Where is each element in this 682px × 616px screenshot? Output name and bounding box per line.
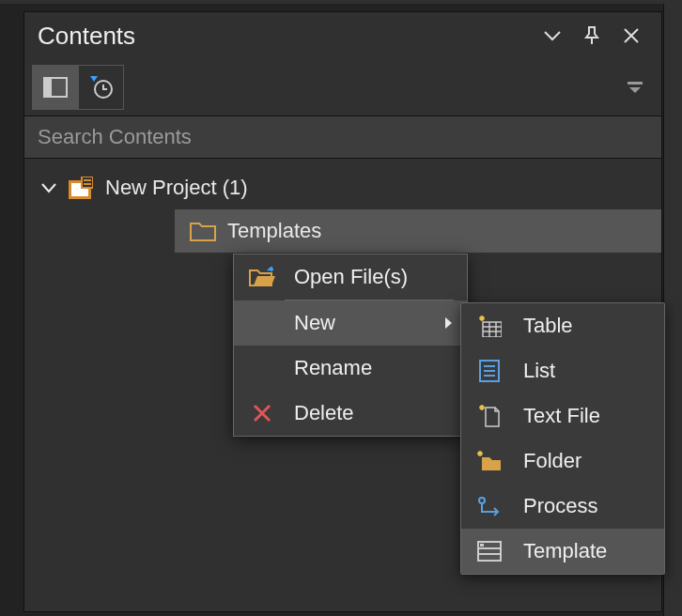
menu-item-rename[interactable]: Rename bbox=[234, 346, 467, 391]
svg-rect-7 bbox=[84, 179, 91, 181]
svg-rect-3 bbox=[628, 82, 643, 85]
search-bar bbox=[24, 116, 661, 159]
chevron-down-icon bbox=[41, 182, 56, 193]
pin-icon bbox=[583, 26, 600, 45]
submenu-item-table[interactable]: Table bbox=[461, 303, 664, 348]
history-filter-button[interactable] bbox=[78, 66, 123, 109]
toolbar bbox=[24, 59, 661, 116]
panel-icon bbox=[43, 77, 68, 98]
menu-item-delete[interactable]: Delete bbox=[234, 391, 467, 436]
submenu-item-textfile[interactable]: Text File bbox=[461, 393, 664, 439]
text-file-icon bbox=[478, 404, 501, 428]
svg-rect-6 bbox=[82, 177, 93, 188]
submenu-label: Process bbox=[523, 494, 597, 518]
submenu-item-template[interactable]: Template bbox=[461, 529, 664, 574]
tree-item-templates[interactable]: Templates bbox=[175, 209, 661, 253]
process-icon bbox=[477, 495, 502, 517]
panel-title: Contents bbox=[38, 22, 530, 51]
close-button[interactable] bbox=[614, 19, 648, 53]
view-mode-panel-button[interactable] bbox=[33, 66, 78, 109]
svg-rect-22 bbox=[480, 544, 484, 547]
menu-label: Rename bbox=[294, 356, 372, 380]
submenu-item-folder[interactable]: Folder bbox=[461, 439, 664, 484]
menu-label: New bbox=[294, 311, 335, 335]
clock-filter-icon bbox=[88, 76, 115, 99]
svg-rect-9 bbox=[483, 322, 502, 337]
app-top-edge bbox=[0, 0, 682, 4]
chevron-down-icon bbox=[544, 30, 561, 41]
menu-item-open-files[interactable]: Open File(s) bbox=[234, 254, 467, 300]
list-icon bbox=[478, 359, 501, 383]
open-folder-icon bbox=[249, 267, 275, 287]
svg-rect-1 bbox=[44, 78, 52, 97]
new-folder-icon bbox=[476, 450, 503, 472]
svg-point-18 bbox=[479, 498, 485, 503]
template-icon bbox=[477, 541, 502, 562]
folder-icon bbox=[190, 221, 216, 241]
submenu-item-list[interactable]: List bbox=[461, 348, 664, 393]
chevron-right-icon bbox=[444, 316, 454, 330]
project-icon bbox=[69, 177, 93, 199]
tree-root-label: New Project (1) bbox=[105, 176, 248, 200]
panel-header: Contents bbox=[24, 12, 661, 59]
submenu-label: Template bbox=[523, 539, 607, 563]
pin-button[interactable] bbox=[575, 19, 609, 53]
menu-item-new[interactable]: New bbox=[234, 300, 467, 346]
submenu-label: Folder bbox=[523, 449, 581, 473]
menu-label: Delete bbox=[294, 401, 354, 425]
submenu-item-process[interactable]: Process bbox=[461, 484, 664, 529]
search-input[interactable] bbox=[38, 125, 648, 149]
collapse-button[interactable] bbox=[535, 19, 569, 53]
tree-item-label: Templates bbox=[227, 219, 321, 243]
tree: New Project (1) Templates bbox=[24, 159, 661, 253]
toolbar-overflow-button[interactable] bbox=[622, 74, 648, 100]
app-right-edge bbox=[663, 0, 682, 616]
delete-x-icon bbox=[253, 404, 271, 423]
tree-root-row[interactable]: New Project (1) bbox=[24, 166, 661, 209]
close-icon bbox=[624, 28, 639, 43]
submenu-label: Text File bbox=[523, 404, 600, 428]
table-icon bbox=[477, 315, 502, 337]
menu-dropdown-icon bbox=[628, 82, 643, 93]
new-submenu: Table List Text File bbox=[460, 302, 665, 575]
submenu-label: List bbox=[523, 359, 555, 383]
submenu-label: Table bbox=[523, 314, 573, 338]
svg-rect-8 bbox=[84, 183, 91, 185]
menu-label: Open File(s) bbox=[294, 265, 408, 289]
context-menu: Open File(s) New Rename Delete bbox=[233, 254, 468, 437]
